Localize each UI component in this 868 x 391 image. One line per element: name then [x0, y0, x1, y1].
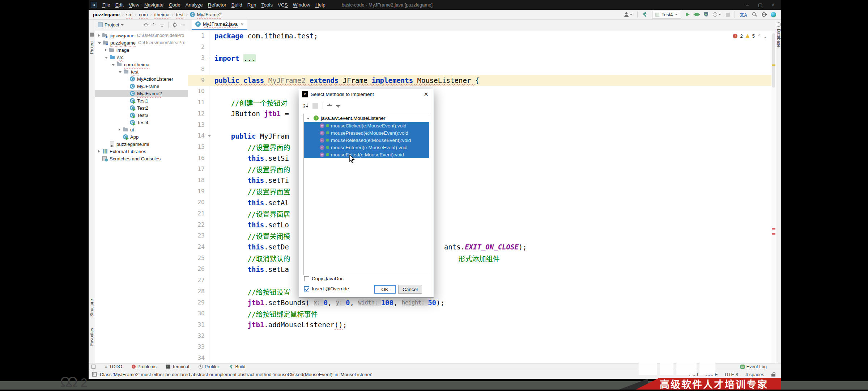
- insert-override-checkbox[interactable]: Insert @Override: [304, 286, 349, 291]
- code-line-3[interactable]: 3+import ...: [188, 52, 771, 64]
- menu-file[interactable]: File: [100, 2, 113, 8]
- project-panel-title[interactable]: Project: [105, 22, 119, 28]
- code-area[interactable]: 1package com.itheima.test;23+import ...8…: [188, 30, 771, 363]
- breadcrumb-item-puzzlegame[interactable]: puzzlegame: [93, 12, 120, 17]
- error-stripe-mark[interactable]: [772, 233, 775, 235]
- code-line-10[interactable]: 10: [188, 86, 771, 97]
- tree-item-scratches-and-consoles[interactable]: Scratches and Consoles: [95, 155, 188, 162]
- menu-window[interactable]: Window: [290, 2, 313, 8]
- code-line-26[interactable]: 26 this.setLa: [188, 264, 771, 275]
- translate-icon[interactable]: 文A: [740, 12, 747, 18]
- editor-scrollbar[interactable]: [771, 30, 776, 363]
- coverage-button[interactable]: [704, 12, 708, 17]
- tree-item-test2[interactable]: Test2: [95, 104, 188, 112]
- method-item-mouseclicked[interactable]: mmouseClicked(e:MouseEvent):void: [304, 122, 429, 129]
- panel-settings-gear-icon[interactable]: [173, 23, 176, 26]
- ide-features-sphere-icon[interactable]: [771, 12, 776, 17]
- collapse-all-icon[interactable]: [336, 104, 340, 108]
- unlock-icon[interactable]: [771, 372, 775, 377]
- code-line-2[interactable]: 2: [188, 42, 771, 53]
- code-line-15[interactable]: 15 //设置界面的: [188, 142, 771, 153]
- profiler-tool-button[interactable]: Profiler: [199, 364, 219, 369]
- minimize-button[interactable]: –: [746, 2, 749, 8]
- code-line-9[interactable]: 9public class MyJFrame2 extends JFrame i…: [188, 75, 771, 86]
- code-line-33[interactable]: 33: [188, 341, 771, 353]
- chevron-down-icon[interactable]: [105, 57, 108, 59]
- tree-item-myjframe2[interactable]: MyJFrame2: [95, 90, 188, 97]
- breadcrumb-item-src[interactable]: src: [126, 12, 132, 17]
- fold-arrow-icon[interactable]: [208, 135, 211, 137]
- tree-item-puzzlegame-iml[interactable]: puzzlegame.iml: [95, 140, 188, 148]
- inspections-widget[interactable]: ! 2 5 ⌃ ⌃: [733, 33, 767, 39]
- dialog-title-bar[interactable]: IJ Select Methods to Implement ✕: [299, 89, 434, 100]
- problems-tool-button[interactable]: !Problems: [132, 364, 157, 369]
- menu-code[interactable]: Code: [166, 2, 183, 8]
- show-classes-toggle-icon[interactable]: [312, 103, 318, 109]
- build-hammer-icon[interactable]: [642, 12, 647, 17]
- code-line-12[interactable]: 12 JButton jtb1 =: [188, 108, 771, 119]
- sort-alphabetically-icon[interactable]: az: [303, 103, 308, 108]
- code-line-18[interactable]: 18 this.setTi: [188, 175, 771, 186]
- chevron-down-icon[interactable]: [121, 24, 124, 26]
- terminal-tool-button[interactable]: >_Terminal: [166, 364, 189, 369]
- breadcrumb-item-com[interactable]: com: [139, 12, 148, 17]
- settings-gear-icon[interactable]: [762, 12, 766, 17]
- tree-item-test4[interactable]: Test4: [95, 119, 188, 126]
- tree-item-test[interactable]: test: [95, 68, 188, 75]
- chevron-right-icon[interactable]: [119, 128, 120, 131]
- tool-window-switcher[interactable]: [92, 365, 95, 369]
- cancel-button[interactable]: Cancel: [398, 285, 422, 294]
- menu-vcs[interactable]: VCS: [275, 2, 290, 8]
- chevron-down-icon[interactable]: [119, 71, 122, 73]
- code-line-24[interactable]: 24 this.setDeants.EXIT_ON_CLOSE);: [188, 241, 771, 253]
- code-line-20[interactable]: 20 this.setAl: [188, 197, 771, 208]
- project-tool-icon[interactable]: [90, 33, 94, 37]
- menu-view[interactable]: View: [126, 2, 142, 8]
- encoding[interactable]: UTF-8: [725, 372, 738, 377]
- copy-javadoc-checkbox[interactable]: Copy JavaDoc: [304, 276, 344, 281]
- tree-item-external-libraries[interactable]: External Libraries: [95, 148, 188, 155]
- menu-build[interactable]: Build: [229, 2, 245, 8]
- interface-node[interactable]: I java.awt.event.MouseListener: [304, 114, 429, 122]
- code-line-19[interactable]: 19 //设置界面置: [188, 186, 771, 197]
- prev-error-button[interactable]: ⌃: [757, 34, 761, 39]
- indent-setting[interactable]: 4 spaces: [745, 372, 764, 377]
- profiler-button[interactable]: [713, 12, 721, 17]
- code-line-11[interactable]: 11 //创建一个按钮对: [188, 97, 771, 108]
- maximize-button[interactable]: ▢: [758, 2, 762, 8]
- menu-run[interactable]: Run: [245, 2, 259, 8]
- tab-close-icon[interactable]: ×: [241, 21, 244, 27]
- tree-item-src[interactable]: src: [95, 54, 188, 61]
- tree-item-jigsawgame[interactable]: jigsawgameC:\Users\moon\IdeaPro: [95, 32, 188, 39]
- code-line-21[interactable]: 21 //设置界面居: [188, 208, 771, 219]
- menu-navigate[interactable]: Navigate: [142, 2, 166, 8]
- code-line-30[interactable]: 30 //给按钮绑定鼠标事件: [188, 308, 771, 319]
- menu-help[interactable]: Help: [313, 2, 328, 8]
- tab-myjframe2[interactable]: C MyJFrame2.java ×: [192, 20, 247, 30]
- collapse-all-icon[interactable]: [160, 23, 164, 27]
- code-line-25[interactable]: 25 //取消默认的形式添加组件: [188, 253, 771, 264]
- code-line-31[interactable]: 31 jtb1.addMouseListener();: [188, 319, 771, 331]
- vcs-user-button[interactable]: [624, 12, 633, 17]
- menu-edit[interactable]: Edit: [113, 2, 126, 8]
- tree-item-test3[interactable]: Test3: [95, 112, 188, 119]
- ok-button[interactable]: OK: [374, 285, 396, 294]
- tree-item-image[interactable]: image: [95, 46, 188, 54]
- menu-tools[interactable]: Tools: [259, 2, 276, 8]
- scrollbar-thumb[interactable]: [772, 33, 775, 88]
- tree-item-ui[interactable]: ui: [95, 126, 188, 133]
- chevron-right-icon[interactable]: [105, 49, 107, 51]
- breadcrumb-item-test[interactable]: test: [176, 12, 184, 17]
- run-button[interactable]: [686, 12, 690, 17]
- code-line-16[interactable]: 16 this.setSi: [188, 153, 771, 164]
- code-line-8[interactable]: 8: [188, 64, 771, 75]
- method-item-mouseentered[interactable]: mmouseEntered(e:MouseEvent):void: [304, 144, 429, 151]
- tree-item-myjframe[interactable]: MyJFrame: [95, 83, 188, 90]
- chevron-right-icon[interactable]: [98, 34, 100, 37]
- expand-all-icon[interactable]: [327, 104, 332, 108]
- locate-file-icon[interactable]: [144, 23, 148, 26]
- error-stripe-mark[interactable]: [772, 228, 775, 230]
- chevron-down-icon[interactable]: [307, 118, 310, 119]
- code-line-13[interactable]: 13: [188, 119, 771, 131]
- code-line-23[interactable]: 23 //设置关闭模: [188, 230, 771, 241]
